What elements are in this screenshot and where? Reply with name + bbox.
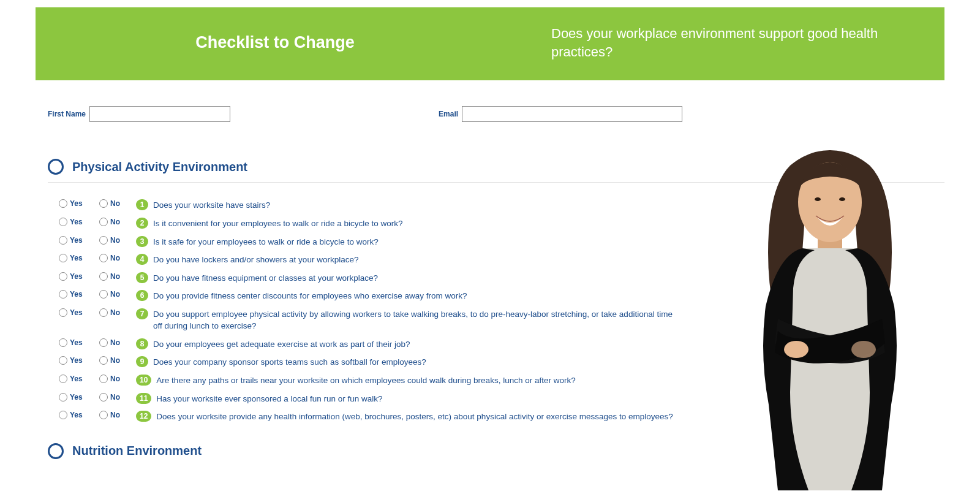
radio-circle-icon[interactable]	[59, 356, 67, 365]
radio-circle-icon[interactable]	[99, 308, 108, 317]
radio-yes[interactable]: Yes	[59, 308, 89, 317]
radio-circle-icon[interactable]	[99, 254, 108, 262]
radio-circle-icon[interactable]	[59, 308, 67, 317]
question-number-badge: 1	[136, 199, 148, 210]
radio-label-no: No	[110, 290, 120, 299]
radio-group: YesNo	[59, 272, 136, 281]
radio-label-yes: Yes	[70, 308, 83, 317]
radio-yes[interactable]: Yes	[59, 393, 89, 402]
radio-circle-icon[interactable]	[99, 338, 108, 347]
radio-circle-icon[interactable]	[59, 199, 67, 208]
radio-circle-icon[interactable]	[59, 272, 67, 281]
radio-circle-icon[interactable]	[99, 236, 108, 245]
question-number-badge: 3	[136, 236, 148, 247]
radio-circle-icon[interactable]	[99, 375, 108, 383]
question-text: Does your worksite provide any health in…	[156, 411, 677, 423]
question-text: Do your employees get adequate exercise …	[153, 338, 677, 351]
radio-circle-icon[interactable]	[59, 218, 67, 226]
question-text: Does your company sponsor sports teams s…	[153, 356, 677, 368]
question-row: YesNo5Do you have fitness equipment or c…	[59, 269, 677, 287]
radio-circle-icon[interactable]	[59, 411, 67, 419]
radio-circle-icon[interactable]	[59, 375, 67, 383]
email-group: Email	[439, 106, 682, 122]
question-row: YesNo12Does your worksite provide any he…	[59, 408, 677, 426]
radio-no[interactable]: No	[99, 272, 130, 281]
radio-yes[interactable]: Yes	[59, 218, 89, 226]
radio-group: YesNo	[59, 393, 136, 402]
question-number-badge: 6	[136, 290, 148, 301]
page-title: Checklist to Change	[60, 33, 490, 52]
question-number-badge: 11	[136, 393, 151, 404]
question-number-badge: 2	[136, 218, 148, 229]
radio-label-no: No	[110, 272, 120, 281]
section-circle-icon	[48, 443, 64, 459]
radio-label-yes: Yes	[70, 356, 83, 365]
svg-point-4	[784, 341, 809, 358]
radio-no[interactable]: No	[99, 338, 130, 347]
question-text: Has your worksite ever sponsored a local…	[156, 393, 677, 405]
section-title-physical: Physical Activity Environment	[72, 160, 247, 174]
radio-circle-icon[interactable]	[59, 254, 67, 262]
radio-no[interactable]: No	[99, 375, 130, 383]
radio-group: YesNo	[59, 236, 136, 245]
radio-circle-icon[interactable]	[99, 356, 108, 365]
question-number-badge: 12	[136, 411, 151, 422]
question-number-badge: 9	[136, 356, 148, 367]
radio-yes[interactable]: Yes	[59, 236, 89, 245]
question-row: YesNo7Do you support employee physical a…	[59, 305, 677, 335]
radio-group: YesNo	[59, 290, 136, 299]
radio-group: YesNo	[59, 308, 136, 317]
person-illustration	[717, 147, 943, 490]
first-name-label: First Name	[48, 110, 86, 118]
svg-point-5	[851, 341, 876, 358]
radio-yes[interactable]: Yes	[59, 272, 89, 281]
radio-circle-icon[interactable]	[99, 218, 108, 226]
radio-group: YesNo	[59, 356, 136, 365]
question-text: Is it safe for your employees to walk or…	[153, 236, 677, 248]
radio-label-yes: Yes	[70, 290, 83, 299]
radio-label-no: No	[110, 338, 120, 347]
email-input[interactable]	[462, 106, 682, 122]
radio-label-no: No	[110, 218, 120, 226]
radio-yes[interactable]: Yes	[59, 254, 89, 262]
radio-circle-icon[interactable]	[99, 411, 108, 419]
question-text: Do you have lockers and/or showers at yo…	[153, 254, 677, 266]
radio-yes[interactable]: Yes	[59, 375, 89, 383]
radio-circle-icon[interactable]	[99, 290, 108, 299]
radio-label-yes: Yes	[70, 393, 83, 402]
section-circle-icon	[48, 159, 64, 175]
radio-no[interactable]: No	[99, 236, 130, 245]
radio-yes[interactable]: Yes	[59, 338, 89, 347]
radio-label-no: No	[110, 375, 120, 383]
radio-yes[interactable]: Yes	[59, 199, 89, 208]
radio-circle-icon[interactable]	[99, 199, 108, 208]
radio-label-yes: Yes	[70, 375, 83, 383]
radio-yes[interactable]: Yes	[59, 290, 89, 299]
first-name-group: First Name	[48, 106, 230, 122]
radio-circle-icon[interactable]	[59, 393, 67, 402]
radio-label-yes: Yes	[70, 254, 83, 262]
question-text: Do you have fitness equipment or classes…	[153, 272, 677, 284]
radio-circle-icon[interactable]	[99, 393, 108, 402]
radio-yes[interactable]: Yes	[59, 411, 89, 419]
radio-no[interactable]: No	[99, 254, 130, 262]
radio-no[interactable]: No	[99, 290, 130, 299]
radio-circle-icon[interactable]	[59, 338, 67, 347]
radio-group: YesNo	[59, 338, 136, 347]
radio-yes[interactable]: Yes	[59, 356, 89, 365]
radio-group: YesNo	[59, 254, 136, 262]
header-right: Does your workplace environment support …	[490, 25, 920, 61]
radio-label-no: No	[110, 236, 120, 245]
radio-no[interactable]: No	[99, 356, 130, 365]
radio-no[interactable]: No	[99, 411, 130, 419]
radio-circle-icon[interactable]	[59, 236, 67, 245]
radio-no[interactable]: No	[99, 199, 130, 208]
radio-circle-icon[interactable]	[59, 290, 67, 299]
radio-circle-icon[interactable]	[99, 272, 108, 281]
first-name-input[interactable]	[89, 106, 230, 122]
radio-no[interactable]: No	[99, 393, 130, 402]
radio-no[interactable]: No	[99, 308, 130, 317]
radio-no[interactable]: No	[99, 218, 130, 226]
question-row: YesNo4Do you have lockers and/or showers…	[59, 251, 677, 269]
radio-label-no: No	[110, 199, 120, 208]
